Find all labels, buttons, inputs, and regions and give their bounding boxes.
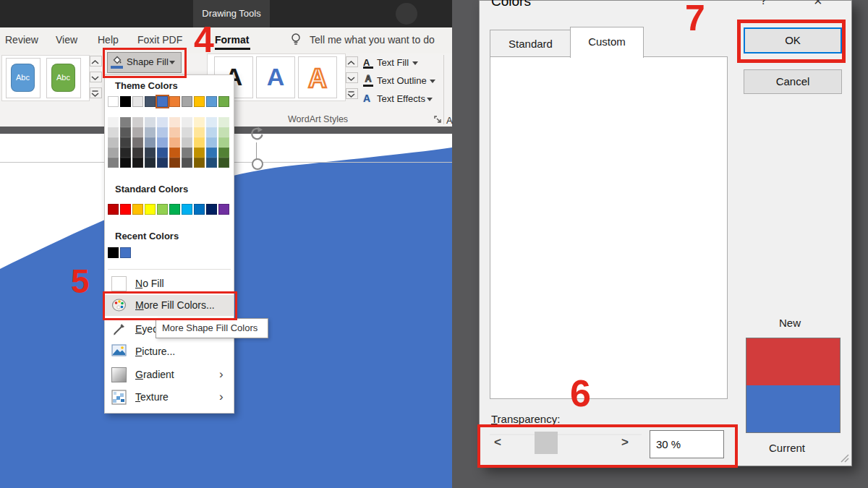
color-swatch[interactable] <box>206 96 217 107</box>
color-variant-swatch[interactable] <box>182 147 192 158</box>
color-swatch[interactable] <box>145 96 156 107</box>
help-icon[interactable]: ? <box>760 0 767 7</box>
color-swatch[interactable] <box>108 96 119 107</box>
color-variant-swatch[interactable] <box>108 117 119 127</box>
color-swatch[interactable] <box>108 204 119 215</box>
color-variant-swatch[interactable] <box>108 158 119 168</box>
close-icon[interactable]: × <box>814 0 822 9</box>
color-variant-swatch[interactable] <box>194 137 205 147</box>
shape-style-thumbnail[interactable]: Abc <box>46 58 81 98</box>
recent-color-row[interactable] <box>108 247 132 260</box>
color-variant-swatch[interactable] <box>182 158 192 168</box>
wordart-style-thumbnail[interactable]: A <box>298 56 337 98</box>
tell-me-box[interactable]: Tell me what you want to do <box>310 34 435 46</box>
gallery-more-button[interactable] <box>346 88 358 99</box>
color-swatch[interactable] <box>157 96 168 107</box>
color-variant-swatch[interactable] <box>108 127 119 137</box>
color-variant-swatch[interactable] <box>194 127 205 137</box>
text-fill-button[interactable]: A Text Fill <box>363 56 450 72</box>
color-variant-swatch[interactable] <box>194 158 205 168</box>
gallery-more-button[interactable] <box>90 87 102 98</box>
color-variant-swatch[interactable] <box>206 147 217 158</box>
color-variant-swatch[interactable] <box>206 137 217 147</box>
color-variant-swatch[interactable] <box>182 127 192 137</box>
color-variant-swatch[interactable] <box>120 127 131 137</box>
color-variant-swatch[interactable] <box>120 158 131 168</box>
color-variant-swatch[interactable] <box>206 117 217 127</box>
color-variant-swatch[interactable] <box>169 127 180 137</box>
theme-variant-grid[interactable] <box>108 117 231 168</box>
tab-review[interactable]: Review <box>5 32 38 48</box>
color-variant-swatch[interactable] <box>194 117 205 127</box>
color-variant-swatch[interactable] <box>206 158 217 168</box>
color-variant-swatch[interactable] <box>157 158 168 168</box>
standard-color-row[interactable] <box>108 204 231 217</box>
color-swatch[interactable] <box>132 204 143 215</box>
tab-format[interactable]: Format <box>215 32 249 48</box>
tab-foxit-pdf[interactable]: Foxit PDF <box>137 32 182 48</box>
color-swatch[interactable] <box>120 247 131 258</box>
theme-color-row[interactable] <box>108 96 231 109</box>
color-variant-swatch[interactable] <box>182 137 192 147</box>
tab-custom[interactable]: Custom <box>570 27 644 58</box>
color-swatch[interactable] <box>182 96 192 107</box>
resize-grip[interactable] <box>838 452 850 463</box>
color-swatch[interactable] <box>120 204 131 215</box>
color-swatch[interactable] <box>206 204 217 215</box>
dialog-launcher-icon[interactable] <box>434 116 443 124</box>
color-variant-swatch[interactable] <box>145 117 156 127</box>
cancel-button[interactable]: Cancel <box>744 69 842 94</box>
shape-top-handle[interactable] <box>252 158 263 170</box>
color-variant-swatch[interactable] <box>169 137 180 147</box>
rotate-handle-icon[interactable] <box>248 126 265 143</box>
tab-help[interactable]: Help <box>98 32 119 48</box>
tab-standard[interactable]: Standard <box>490 30 571 57</box>
color-variant-swatch[interactable] <box>194 147 205 158</box>
color-variant-swatch[interactable] <box>120 147 131 158</box>
color-swatch[interactable] <box>194 204 205 215</box>
color-variant-swatch[interactable] <box>145 137 156 147</box>
color-variant-swatch[interactable] <box>218 147 229 158</box>
color-variant-swatch[interactable] <box>145 127 156 137</box>
color-variant-swatch[interactable] <box>132 117 143 127</box>
color-variant-swatch[interactable] <box>169 117 180 127</box>
color-variant-swatch[interactable] <box>120 117 131 127</box>
color-variant-swatch[interactable] <box>132 147 143 158</box>
color-variant-swatch[interactable] <box>157 117 168 127</box>
text-effects-button[interactable]: A Text Effects <box>363 92 450 108</box>
color-swatch[interactable] <box>157 204 168 215</box>
color-variant-swatch[interactable] <box>157 127 168 137</box>
color-swatch[interactable] <box>218 204 229 215</box>
color-variant-swatch[interactable] <box>132 137 143 147</box>
color-swatch[interactable] <box>169 96 180 107</box>
color-swatch[interactable] <box>132 96 143 107</box>
color-variant-swatch[interactable] <box>218 117 229 127</box>
color-variant-swatch[interactable] <box>182 117 192 127</box>
shape-style-thumbnail[interactable]: Abc <box>6 58 41 98</box>
color-variant-swatch[interactable] <box>169 158 180 168</box>
color-variant-swatch[interactable] <box>157 147 168 158</box>
color-variant-swatch[interactable] <box>218 127 229 137</box>
color-variant-swatch[interactable] <box>145 158 156 168</box>
color-variant-swatch[interactable] <box>132 127 143 137</box>
gallery-scroll-up-button[interactable] <box>346 56 358 67</box>
color-variant-swatch[interactable] <box>120 137 131 147</box>
color-variant-swatch[interactable] <box>218 137 229 147</box>
color-swatch[interactable] <box>145 204 156 215</box>
color-variant-swatch[interactable] <box>108 137 119 147</box>
text-outline-button[interactable]: A Text Outline <box>363 74 450 90</box>
color-variant-swatch[interactable] <box>157 137 168 147</box>
color-variant-swatch[interactable] <box>169 147 180 158</box>
color-swatch[interactable] <box>108 247 119 258</box>
color-variant-swatch[interactable] <box>206 127 217 137</box>
menu-item-picture[interactable]: Picture... <box>105 341 234 362</box>
color-swatch[interactable] <box>182 204 192 215</box>
color-swatch[interactable] <box>218 96 229 107</box>
gallery-scroll-down-button[interactable] <box>346 72 358 83</box>
account-avatar[interactable] <box>396 3 417 25</box>
tab-view[interactable]: View <box>56 32 77 48</box>
gallery-scroll-up-button[interactable] <box>90 56 102 67</box>
menu-item-gradient[interactable]: Gradient › <box>105 364 234 385</box>
color-swatch[interactable] <box>169 204 180 215</box>
color-swatch[interactable] <box>120 96 131 107</box>
